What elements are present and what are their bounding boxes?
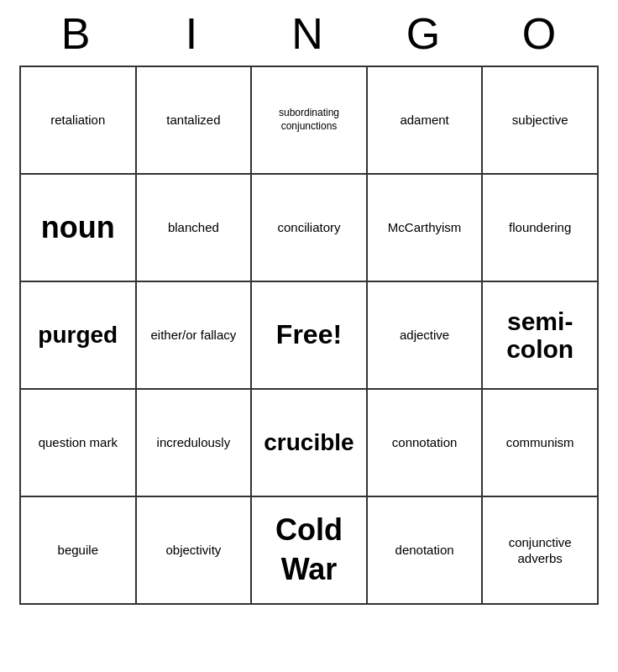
cell-6: blanched: [137, 175, 253, 282]
cell-2: subordinating conjunctions: [252, 67, 368, 175]
cell-10: purged: [21, 282, 137, 390]
header-i: I: [135, 8, 251, 59]
cell-16: incredulously: [137, 390, 253, 497]
cell-0: retaliation: [21, 67, 137, 175]
cell-22: Cold War: [252, 497, 368, 605]
cell-19: communism: [483, 390, 599, 497]
header-o: O: [483, 8, 599, 59]
cell-20: beguile: [21, 497, 137, 605]
header-g: G: [367, 8, 483, 59]
cell-24: conjunctive adverbs: [483, 497, 599, 605]
cell-8: McCarthyism: [368, 175, 484, 282]
bingo-header: B I N G O: [19, 8, 599, 59]
cell-21: objectivity: [137, 497, 253, 605]
cell-13: adjective: [368, 282, 484, 390]
cell-4: subjective: [483, 67, 599, 175]
cell-1: tantalized: [137, 67, 253, 175]
header-b: B: [19, 8, 135, 59]
bingo-grid: retaliationtantalizedsubordinating conju…: [19, 66, 599, 605]
cell-3: adament: [368, 67, 484, 175]
header-n: N: [251, 8, 367, 59]
cell-5: noun: [21, 175, 137, 282]
cell-12: Free!: [252, 282, 368, 390]
cell-15: question mark: [21, 390, 137, 497]
cell-18: connotation: [368, 390, 484, 497]
cell-14: semi-colon: [483, 282, 599, 390]
cell-17: crucible: [252, 390, 368, 497]
cell-11: either/or fallacy: [137, 282, 253, 390]
cell-9: floundering: [483, 175, 599, 282]
cell-23: denotation: [368, 497, 484, 605]
cell-7: conciliatory: [252, 175, 368, 282]
